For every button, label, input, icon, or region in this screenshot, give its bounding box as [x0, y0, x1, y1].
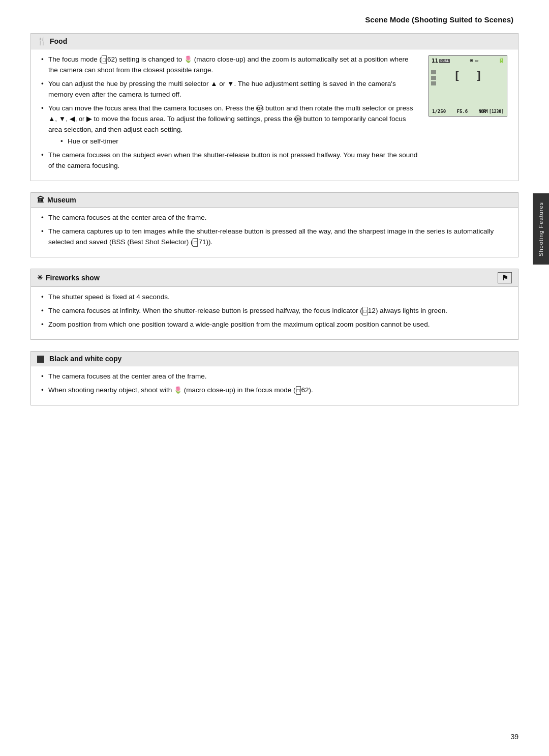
food-bullet-4: The camera focuses on the subject even w… — [39, 150, 418, 171]
food-section-content: The focus mode (□62) setting is changed … — [31, 49, 518, 181]
lcd-shots-count: [1230] — [489, 109, 504, 114]
food-inner-layout: The focus mode (□62) setting is changed … — [39, 54, 510, 175]
food-bullet-2: You can adjust the hue by pressing the m… — [39, 79, 418, 100]
museum-section-title: Museum — [47, 196, 76, 204]
fireworks-section-header: ✳ Fireworks show ⚑ — [31, 269, 518, 287]
food-bullet-1: The focus mode (□62) setting is changed … — [39, 54, 418, 76]
food-bullet-list: The focus mode (□62) setting is changed … — [39, 54, 418, 171]
or-word: or — [79, 115, 84, 123]
lcd-top-row: 11 DUAL ⊙ ▭ 🔋 — [429, 56, 507, 64]
museum-section-content: The camera focuses at the center area of… — [31, 208, 518, 257]
food-icon: 🍴 — [37, 37, 47, 46]
food-sub-item-1: Hue or self-timer — [58, 136, 418, 147]
lcd-dual-badge: DUAL — [439, 59, 450, 63]
lcd-norm-label: NORM — [479, 109, 487, 114]
lcd-bottom-right: NORM [1230] — [479, 109, 504, 114]
ok-symbol-1: OK — [256, 105, 263, 112]
lcd-top-left: 11 DUAL — [432, 57, 450, 64]
museum-section: 🏛 Museum The camera focuses at the cente… — [30, 192, 518, 257]
bw-section-header: Black and white copy — [31, 352, 518, 366]
bw-bullet-list: The camera focuses at the center area of… — [39, 371, 510, 396]
museum-bullet-1: The camera focuses at the center area of… — [39, 213, 510, 223]
lcd-left-icon-3 — [431, 81, 436, 85]
lcd-bracket-right: ] — [476, 69, 482, 82]
lcd-left-icons — [431, 70, 436, 85]
lcd-bracket-left: [ — [453, 69, 460, 82]
museum-icon: 🏛 — [37, 196, 44, 204]
lcd-top-icons: ⊙ ▭ — [470, 57, 478, 63]
page-title: Scene Mode (Shooting Suited to Scenes) — [30, 15, 518, 24]
food-section-header: 🍴 Food — [31, 34, 518, 49]
macro-icon-1: 🌷 — [184, 55, 192, 63]
bw-icon — [37, 355, 46, 363]
lcd-shutter-speed: 1/250 — [432, 109, 446, 114]
food-sub-list: Hue or self-timer — [48, 136, 418, 147]
ok-symbol-2: OK — [294, 115, 301, 123]
lcd-icon-circle: ⊙ — [470, 57, 473, 63]
bw-bullet-1: The camera focuses at the center area of… — [39, 371, 510, 382]
lcd-left-icon-2 — [431, 76, 436, 80]
fireworks-icon: ✳ — [37, 274, 43, 281]
bw-bullet-2: When shooting nearby object, shoot with … — [39, 385, 510, 396]
fireworks-bullet-3: Zoom position from which one position to… — [39, 319, 510, 330]
lcd-center-bracket: [ ] — [429, 69, 507, 82]
page-number: 39 — [510, 733, 518, 741]
book-icon-fw: □ — [362, 307, 368, 316]
camera-lcd: 11 DUAL ⊙ ▭ 🔋 — [429, 55, 507, 117]
fireworks-bullet-1: The shutter speed is fixed at 4 seconds. — [39, 292, 510, 303]
lcd-icon-rect: ▭ — [475, 57, 478, 63]
fireworks-header-left: ✳ Fireworks show — [37, 274, 100, 282]
lcd-battery: 🔋 — [498, 57, 504, 63]
food-bullet-3: You can move the focus area that the cam… — [39, 103, 418, 148]
macro-icon-bw: 🌷 — [174, 386, 182, 394]
sidebar-tab-label: Shooting Features — [538, 202, 544, 256]
food-text-block: The focus mode (□62) setting is changed … — [39, 54, 418, 175]
fireworks-bullet-2: The camera focuses at infinity. When the… — [39, 306, 510, 316]
lcd-number: 11 — [432, 57, 438, 64]
fireworks-bullet-list: The shutter speed is fixed at 4 seconds.… — [39, 292, 510, 330]
warning-icon: ⚑ — [502, 274, 508, 282]
museum-bullet-list: The camera focuses at the center area of… — [39, 213, 510, 248]
lcd-left-icon-1 — [431, 70, 436, 74]
museum-bullet-2: The camera captures up to ten images whi… — [39, 226, 510, 248]
book-icon-museum: □ — [193, 238, 198, 247]
food-section-title: Food — [50, 37, 67, 45]
book-icon-bw: □ — [296, 386, 301, 395]
sidebar-tab: Shooting Features — [533, 193, 549, 265]
fireworks-section-title: Fireworks show — [46, 274, 100, 282]
bw-section: Black and white copy The camera focuses … — [30, 351, 518, 405]
lcd-aperture: F5.6 — [457, 109, 468, 114]
fireworks-warning-icon-box: ⚑ — [498, 272, 512, 283]
museum-section-header: 🏛 Museum — [31, 193, 518, 208]
bw-section-content: The camera focuses at the center area of… — [31, 366, 518, 405]
fireworks-section: ✳ Fireworks show ⚑ The shutter speed is … — [30, 269, 518, 340]
camera-lcd-container: 11 DUAL ⊙ ▭ 🔋 — [429, 55, 510, 175]
book-icon-1: □ — [102, 55, 107, 65]
lcd-bottom-row: 1/250 F5.6 NORM [1230] — [429, 109, 507, 114]
bw-section-title: Black and white copy — [49, 355, 121, 363]
fireworks-section-content: The shutter speed is fixed at 4 seconds.… — [31, 287, 518, 339]
food-section: 🍴 Food The focus mode (□62) setting is c… — [30, 33, 518, 181]
